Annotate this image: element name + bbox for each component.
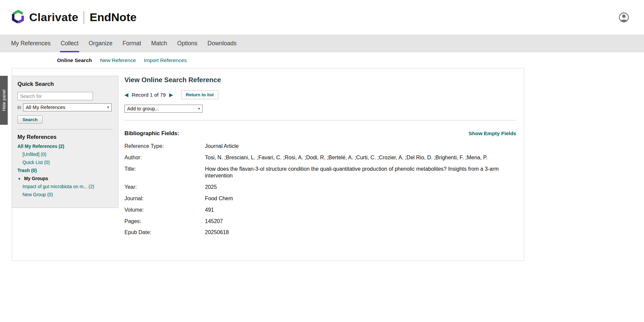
field-value: How does the flavan-3-ol structure condi…: [205, 166, 514, 180]
field-row-journal: Journal: Food Chem: [124, 195, 516, 202]
field-value: Journal Article: [205, 143, 239, 150]
field-row-epub-date: Epub Date: 20250618: [124, 229, 516, 236]
bibliographic-header: Bibliographic Fields: Show Empty Fields: [124, 130, 516, 137]
my-groups-label: My Groups: [24, 176, 48, 181]
field-label: Journal:: [124, 195, 205, 202]
field-row-volume: Volume: 491: [124, 207, 516, 214]
nav-organize[interactable]: Organize: [84, 35, 117, 52]
field-row-title: Title: How does the flavan-3-ol structur…: [124, 166, 516, 180]
field-value: 2025: [205, 184, 217, 191]
field-label: Volume:: [124, 207, 205, 214]
add-to-group-value: Add to group...: [127, 106, 159, 111]
main-content: View Online Search Reference ◀ Record 1 …: [124, 68, 524, 261]
field-label: Author:: [124, 154, 205, 161]
collect-subnav: Online Search New Reference Import Refer…: [0, 52, 644, 68]
content-area: Hide panel Quick Search in All My Refere…: [0, 68, 644, 261]
field-value: Tosi, N. ;Bresciani, L. ;Favari, C. ;Ros…: [205, 154, 488, 161]
sidebar-divider: [17, 129, 113, 129]
nav-match[interactable]: Match: [146, 35, 172, 52]
page-title: View Online Search Reference: [124, 76, 516, 84]
field-value: Food Chem: [205, 195, 233, 202]
field-label: Year:: [124, 184, 205, 191]
field-row-reference-type: Reference Type: Journal Article: [124, 143, 516, 150]
search-scope-value: All My References: [26, 105, 65, 110]
next-record-icon[interactable]: ▶: [169, 92, 173, 98]
field-label: Epub Date:: [124, 229, 205, 236]
clarivate-logo-icon: [11, 10, 25, 25]
reference-groups-tree: All My References (2) [Unfiled] (0) Quic…: [17, 144, 113, 197]
show-empty-fields-link[interactable]: Show Empty Fields: [469, 130, 516, 137]
return-to-list-button[interactable]: Return to list: [181, 90, 218, 99]
nav-downloads[interactable]: Downloads: [203, 35, 242, 52]
field-value: 20250618: [205, 229, 229, 236]
nav-my-references[interactable]: My References: [6, 35, 56, 52]
nav-collect[interactable]: Collect: [56, 35, 84, 52]
brand-logo: Clarivate EndNote: [11, 10, 137, 25]
sidebar-item-new-group[interactable]: New Group (0): [17, 192, 113, 197]
chevron-down-icon: ▼: [107, 106, 110, 109]
brand-name: Clarivate: [29, 11, 78, 24]
sidebar-item-unfiled[interactable]: [Unfiled] (0): [17, 152, 113, 157]
hide-panel-label: Hide panel: [2, 90, 6, 111]
subnav-import-references[interactable]: Import References: [144, 57, 187, 63]
sidebar-item-trash[interactable]: Trash (0): [17, 168, 113, 173]
subnav-new-reference[interactable]: New Reference: [100, 57, 136, 63]
record-counter: Record 1 of 79: [132, 92, 166, 98]
hide-panel-tab[interactable]: Hide panel: [0, 76, 8, 125]
field-row-author: Author: Tosi, N. ;Bresciani, L. ;Favari,…: [124, 154, 516, 161]
sidebar-item-impact-group[interactable]: Impact of gut microbiota on m... (2): [17, 184, 113, 189]
sidebar-item-my-groups[interactable]: ▼ My Groups: [17, 176, 113, 181]
quick-search-title: Quick Search: [17, 81, 113, 88]
account-avatar-icon[interactable]: [618, 11, 630, 23]
product-name: EndNote: [90, 11, 137, 24]
in-label: in: [17, 105, 21, 110]
chevron-down-icon: ▼: [198, 107, 201, 110]
field-label: Title:: [124, 166, 205, 180]
sidebar: Quick Search in All My References ▼ Sear…: [12, 76, 118, 208]
field-value: 491: [205, 207, 214, 214]
section-divider: [124, 120, 516, 120]
subnav-online-search[interactable]: Online Search: [57, 57, 92, 63]
bibliographic-fields: Reference Type: Journal Article Author: …: [124, 143, 516, 236]
search-scope-row: in All My References ▼: [17, 103, 113, 111]
content-frame: Quick Search in All My References ▼ Sear…: [12, 68, 524, 261]
add-to-group-select[interactable]: Add to group... ▼: [124, 105, 203, 113]
nav-format[interactable]: Format: [117, 35, 146, 52]
search-scope-select[interactable]: All My References ▼: [23, 103, 112, 111]
nav-options[interactable]: Options: [172, 35, 202, 52]
bibliographic-fields-title: Bibliographic Fields:: [124, 130, 179, 137]
field-row-pages: Pages: 145207: [124, 218, 516, 225]
my-references-title: My References: [17, 134, 113, 140]
sidebar-item-quick-list[interactable]: Quick List (0): [17, 160, 113, 165]
record-navigation: ◀ Record 1 of 79 ▶ Return to list: [124, 90, 516, 99]
search-button[interactable]: Search: [17, 115, 43, 124]
previous-record-icon[interactable]: ◀: [124, 92, 128, 98]
field-label: Reference Type:: [124, 143, 205, 150]
main-nav: My References Collect Organize Format Ma…: [0, 35, 644, 52]
field-value: 145207: [205, 218, 223, 225]
quick-search-input[interactable]: [17, 92, 93, 100]
sidebar-item-all-my-references[interactable]: All My References (2): [17, 144, 113, 149]
field-label: Pages:: [124, 218, 205, 225]
logo-divider: [84, 11, 84, 24]
app-header: Clarivate EndNote: [0, 0, 644, 35]
collapse-triangle-icon[interactable]: ▼: [17, 177, 21, 181]
field-row-year: Year: 2025: [124, 184, 516, 191]
